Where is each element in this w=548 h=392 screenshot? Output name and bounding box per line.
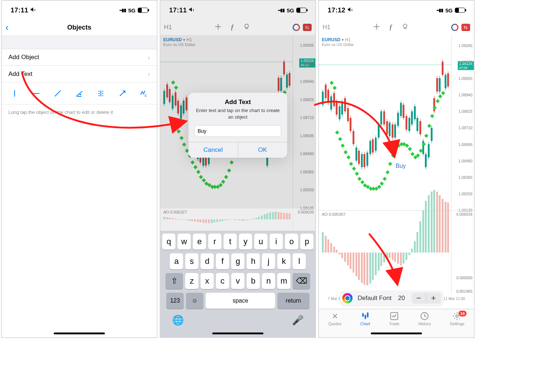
tab-quotes[interactable]: Quotes bbox=[328, 311, 341, 337]
font-size-value: 20 bbox=[397, 295, 407, 302]
y-axis: 1.092851.090551.089401.088251.087101.085… bbox=[293, 35, 315, 208]
home-indicator bbox=[371, 333, 422, 334]
svg-point-5 bbox=[98, 93, 99, 94]
key-o[interactable]: o bbox=[285, 234, 298, 250]
key-s[interactable]: s bbox=[185, 253, 198, 269]
status-bar: 17:11 ▪▪▮▮ 5G bbox=[160, 1, 315, 20]
svg-point-9 bbox=[102, 93, 103, 94]
key-q[interactable]: q bbox=[162, 234, 175, 250]
key-v[interactable]: v bbox=[231, 273, 244, 289]
tool-elliott-icon[interactable]: E bbox=[136, 89, 151, 97]
indicators-icon[interactable]: ƒ bbox=[389, 23, 393, 32]
key-123[interactable]: 123 bbox=[166, 293, 184, 309]
timeframe-button[interactable]: H1 bbox=[323, 24, 331, 31]
font-size-increment[interactable]: + bbox=[426, 293, 441, 304]
symbol-label: EURUSD bbox=[163, 37, 182, 42]
tool-vertical-line-icon[interactable] bbox=[7, 89, 22, 97]
key-emoji[interactable]: ☺ bbox=[186, 293, 203, 309]
settings-badge: 16 bbox=[458, 311, 467, 316]
key-g[interactable]: g bbox=[231, 253, 244, 269]
key-h[interactable]: h bbox=[247, 253, 260, 269]
svg-point-3 bbox=[80, 94, 81, 95]
trade-panel-icon[interactable]: ⇆ bbox=[461, 24, 470, 31]
indicators-icon[interactable]: ƒ bbox=[231, 23, 234, 32]
tool-angle-icon[interactable] bbox=[72, 89, 87, 97]
key-y[interactable]: y bbox=[239, 234, 252, 250]
font-name-button[interactable]: Default Font bbox=[358, 295, 392, 302]
objects-icon[interactable] bbox=[243, 23, 250, 32]
tab-chart[interactable]: Chart bbox=[360, 311, 370, 337]
globe-icon[interactable]: 🌐 bbox=[172, 315, 184, 326]
tool-channel-icon[interactable] bbox=[94, 89, 108, 97]
keyboard[interactable]: qwertyuiop asdfghjkl ⇧ zxcvbnm ⌫ 123 ☺ s… bbox=[160, 231, 315, 337]
alert-ok-button[interactable]: OK bbox=[238, 142, 288, 158]
symbol-label: EURUSD bbox=[322, 37, 340, 42]
status-time: 17:11 bbox=[169, 7, 187, 14]
crosshair-icon[interactable] bbox=[373, 23, 380, 32]
chart-toolbar: H1 ƒ ⇆ bbox=[160, 20, 315, 35]
tab-settings[interactable]: Settings 16 bbox=[450, 311, 464, 337]
alert-text-input[interactable] bbox=[194, 125, 281, 137]
key-m[interactable]: m bbox=[277, 273, 290, 289]
tool-trendline-icon[interactable] bbox=[50, 89, 65, 97]
svg-point-16 bbox=[456, 315, 458, 318]
key-b[interactable]: b bbox=[247, 273, 260, 289]
key-p[interactable]: p bbox=[300, 234, 313, 250]
key-i[interactable]: i bbox=[270, 234, 283, 250]
trade-panel-icon[interactable]: ⇆ bbox=[303, 24, 312, 31]
key-z[interactable]: z bbox=[185, 273, 198, 289]
row-add-object[interactable]: Add Object › bbox=[2, 49, 157, 66]
screen-chart-result: 17:12 ▪▪▮▮ 5G H1 ƒ ⇆ EURUSD ▾ H1 Euro bbox=[318, 0, 475, 338]
key-d[interactable]: d bbox=[201, 253, 214, 269]
alert-title: Add Text bbox=[189, 93, 287, 107]
key-w[interactable]: w bbox=[178, 234, 191, 250]
svg-point-13 bbox=[403, 24, 407, 28]
timeframe-button[interactable]: H1 bbox=[164, 24, 172, 31]
key-x[interactable]: x bbox=[201, 273, 214, 289]
y-axis: 1.092851.091701.090551.089401.088251.087… bbox=[451, 35, 474, 210]
network-label: 5G bbox=[445, 7, 453, 14]
signal-icon: ▪▪▮▮ bbox=[436, 8, 443, 13]
key-a[interactable]: a bbox=[170, 253, 183, 269]
chart-mode-icon[interactable] bbox=[451, 24, 458, 31]
tool-horizontal-line-icon[interactable] bbox=[29, 89, 43, 97]
font-size-decrement[interactable]: − bbox=[412, 293, 426, 304]
key-delete[interactable]: ⌫ bbox=[293, 273, 310, 289]
key-space[interactable]: space bbox=[206, 293, 275, 309]
key-r[interactable]: r bbox=[208, 234, 221, 250]
key-e[interactable]: e bbox=[193, 234, 206, 250]
nav-title: Objects bbox=[67, 24, 91, 31]
key-t[interactable]: t bbox=[224, 234, 237, 250]
key-l[interactable]: l bbox=[293, 253, 306, 269]
key-shift[interactable]: ⇧ bbox=[165, 273, 183, 289]
ao-value: 0.006039 bbox=[298, 210, 314, 214]
buy-text-object[interactable]: Buy bbox=[396, 163, 406, 169]
key-f[interactable]: f bbox=[216, 253, 229, 269]
font-size-stepper: − + bbox=[412, 293, 441, 304]
key-k[interactable]: k bbox=[277, 253, 290, 269]
key-u[interactable]: u bbox=[254, 234, 267, 250]
key-return[interactable]: return bbox=[277, 293, 309, 309]
home-indicator bbox=[212, 333, 263, 334]
key-c[interactable]: c bbox=[216, 273, 229, 289]
chart-mode-icon[interactable] bbox=[293, 24, 300, 31]
color-picker-button[interactable] bbox=[342, 293, 353, 303]
key-n[interactable]: n bbox=[262, 273, 275, 289]
network-label: 5G bbox=[287, 7, 294, 14]
key-j[interactable]: j bbox=[262, 253, 275, 269]
objects-icon[interactable] bbox=[402, 23, 409, 32]
add-text-alert: Add Text Enter text and tap on the chart… bbox=[189, 93, 287, 158]
row-add-text[interactable]: Add Text › bbox=[2, 66, 157, 82]
alert-cancel-button[interactable]: Cancel bbox=[189, 142, 238, 158]
back-button[interactable]: ‹ bbox=[5, 22, 9, 33]
mute-icon bbox=[30, 6, 37, 15]
price-chart[interactable]: EURUSD ▾ H1 Euro vs US Dollar 1.0912447:… bbox=[319, 35, 474, 210]
hint-text: Long tap the object on the chart to edit… bbox=[2, 104, 157, 120]
battery-icon bbox=[138, 8, 148, 13]
crosshair-icon[interactable] bbox=[214, 23, 222, 32]
mic-icon[interactable]: 🎤 bbox=[292, 315, 304, 326]
symbol-tf: H1 bbox=[345, 37, 350, 42]
screen-add-text-dialog: 17:11 ▪▪▮▮ 5G H1 ƒ ⇆ EURUSD ▾ H1 Euro bbox=[160, 0, 316, 338]
tool-arrow-icon[interactable] bbox=[115, 89, 130, 97]
screen-objects: 17:11 ▪▪▮▮ 5G ‹ Objects Add Object › Add… bbox=[1, 0, 157, 338]
